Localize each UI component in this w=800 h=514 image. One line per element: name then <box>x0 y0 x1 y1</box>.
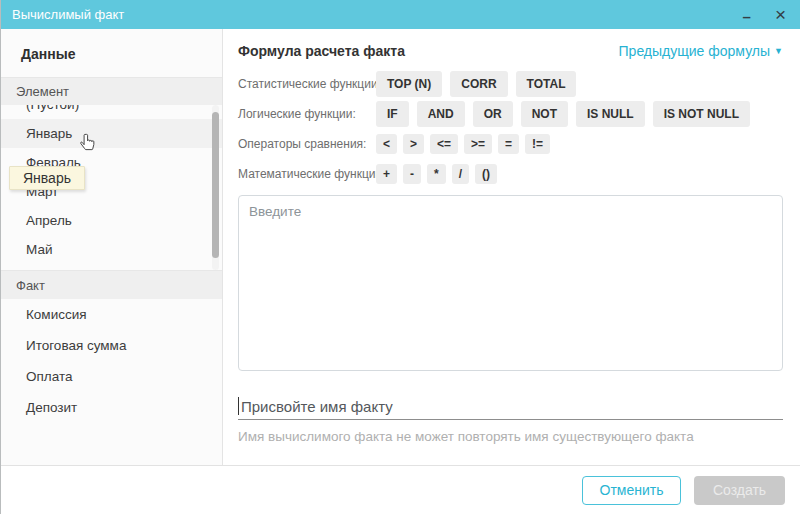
function-button[interactable]: <= <box>430 134 458 154</box>
list-item[interactable]: Оплата <box>1 361 222 392</box>
function-button[interactable]: NOT <box>521 101 568 127</box>
formula-input[interactable] <box>238 195 783 371</box>
formula-panel: Формула расчета факта Предыдущие формулы… <box>223 29 800 465</box>
function-button[interactable]: / <box>452 164 469 184</box>
list-item[interactable]: Комиссия <box>1 299 222 330</box>
function-button[interactable]: OR <box>473 101 513 127</box>
create-button[interactable]: Создать <box>694 476 785 505</box>
sidebar-title: Данные <box>21 46 222 64</box>
function-button[interactable]: * <box>427 164 446 184</box>
fact-name-input[interactable] <box>238 394 783 418</box>
chevron-down-icon: ▼ <box>774 46 783 56</box>
function-row-label: Логические функции: <box>238 107 376 121</box>
function-button[interactable]: () <box>475 164 497 184</box>
text-caret <box>238 397 239 415</box>
function-buttons: +-*/() <box>376 164 497 184</box>
function-button[interactable]: IF <box>376 101 409 127</box>
function-row: Операторы сравнения:<><=>==!= <box>238 129 783 159</box>
function-button[interactable]: - <box>403 164 421 184</box>
function-rows: Статистические функции:TOP (N)CORRTOTALЛ… <box>238 69 783 189</box>
function-button[interactable]: + <box>376 164 397 184</box>
dialog-body: Данные Элемент (Пустой)ЯнварьФевральМарт… <box>1 29 800 465</box>
list-item[interactable]: Депозит <box>1 392 222 423</box>
close-button[interactable]: × <box>775 5 786 24</box>
scrollbar-thumb[interactable] <box>212 112 219 258</box>
section-header-element: Элемент <box>1 77 222 105</box>
function-button[interactable]: > <box>403 134 424 154</box>
element-list: (Пустой)ЯнварьФевральМартАпрельМай Январ… <box>1 105 222 270</box>
function-row-label: Операторы сравнения: <box>238 137 376 151</box>
function-row: Статистические функции:TOP (N)CORRTOTAL <box>238 69 783 99</box>
fact-name-field-wrap <box>238 394 783 420</box>
function-button[interactable]: IS NULL <box>576 101 645 127</box>
window-title: Вычислимый факт <box>12 7 719 22</box>
previous-formulas-link[interactable]: Предыдущие формулы▼ <box>619 43 783 59</box>
list-item[interactable]: (Пустой) <box>1 105 222 119</box>
data-sidebar: Данные Элемент (Пустой)ЯнварьФевральМарт… <box>1 29 223 465</box>
function-buttons: TOP (N)CORRTOTAL <box>376 71 576 97</box>
function-button[interactable]: >= <box>464 134 492 154</box>
dialog-footer: Отменить Создать <box>1 465 800 514</box>
list-item[interactable]: Апрель <box>1 206 222 235</box>
function-button[interactable]: CORR <box>450 71 507 97</box>
item-tooltip: Январь <box>9 166 85 190</box>
hand-cursor-icon <box>80 133 97 158</box>
name-hint: Имя вычислимого факта не может повторять… <box>238 429 783 444</box>
list-item[interactable]: Итоговая сумма <box>1 330 222 361</box>
function-button[interactable]: < <box>376 134 397 154</box>
function-button[interactable]: IS NOT NULL <box>653 101 750 127</box>
function-row-label: Математические функции: <box>238 167 376 181</box>
function-button[interactable]: TOP (N) <box>376 71 442 97</box>
function-row: Математические функции:+-*/() <box>238 159 783 189</box>
minimize-button[interactable]: – <box>743 9 751 24</box>
section-header-fact: Факт <box>1 270 222 299</box>
function-row-label: Статистические функции: <box>238 77 376 91</box>
cancel-button[interactable]: Отменить <box>582 476 681 505</box>
list-item[interactable]: Май <box>1 235 222 264</box>
function-row: Логические функции:IFANDORNOTIS NULLIS N… <box>238 99 783 129</box>
function-button[interactable]: = <box>498 134 519 154</box>
function-button[interactable]: AND <box>417 101 465 127</box>
function-buttons: <><=>==!= <box>376 134 550 154</box>
function-button[interactable]: TOTAL <box>516 71 577 97</box>
function-buttons: IFANDORNOTIS NULLIS NOT NULL <box>376 101 750 127</box>
fact-list: КомиссияИтоговая суммаОплатаДепозит <box>1 299 222 423</box>
function-button[interactable]: != <box>525 134 550 154</box>
list-item[interactable]: Январь <box>1 119 222 148</box>
window-titlebar[interactable]: Вычислимый факт – × <box>1 0 800 29</box>
panel-heading: Формула расчета факта <box>238 43 405 59</box>
